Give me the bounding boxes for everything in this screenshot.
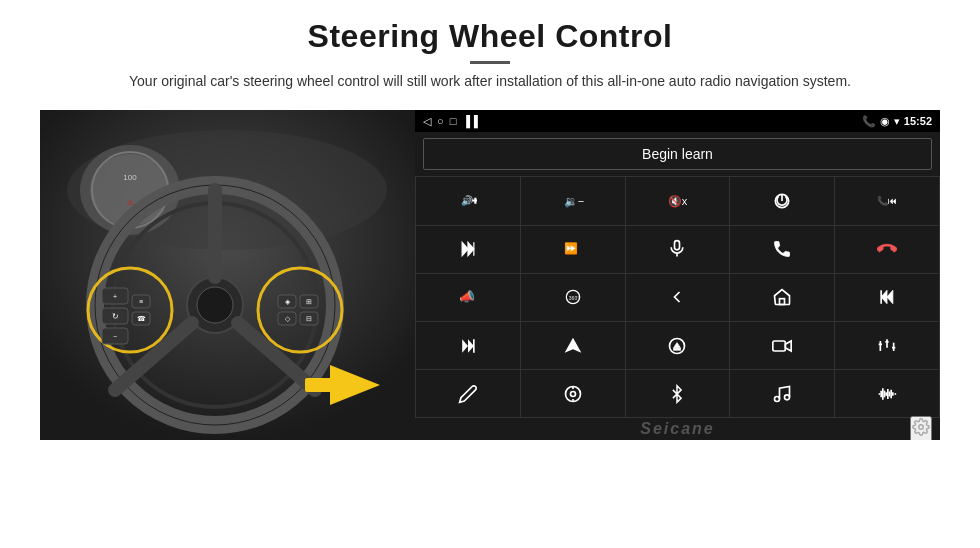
location-icon: ◉	[880, 115, 890, 128]
svg-marker-56	[462, 339, 468, 352]
pen-button[interactable]	[416, 370, 520, 417]
page-title: Steering Wheel Control	[129, 18, 851, 55]
music-button[interactable]	[730, 370, 834, 417]
vol-down-button[interactable]: 🔉−	[521, 177, 625, 224]
svg-text:📞⏮: 📞⏮	[877, 195, 897, 207]
svg-marker-43	[462, 243, 468, 256]
svg-point-75	[775, 396, 780, 401]
power-button[interactable]	[730, 177, 834, 224]
home-circle-icon: ○	[437, 115, 444, 127]
svg-point-11	[197, 287, 233, 323]
time-display: 15:52	[904, 115, 932, 127]
hang-up-button[interactable]	[835, 226, 939, 273]
horn-button[interactable]: 📣	[416, 274, 520, 321]
wifi-icon: ▾	[894, 115, 900, 128]
svg-text:360°: 360°	[569, 295, 579, 301]
svg-text:🔊+: 🔊+	[460, 194, 477, 207]
eq-button[interactable]	[835, 322, 939, 369]
begin-learn-row: Begin learn	[415, 132, 940, 176]
svg-marker-61	[674, 342, 681, 347]
bottom-bar: Seicane	[415, 418, 940, 440]
seicane-watermark: Seicane	[640, 420, 714, 438]
svg-text:🔉−: 🔉−	[564, 194, 584, 208]
svg-text:≡: ≡	[139, 298, 143, 305]
svg-text:☎: ☎	[137, 315, 146, 322]
signal-icon: ▐▐	[462, 115, 478, 127]
status-left: ◁ ○ □ ▐▐	[423, 115, 478, 128]
phone-button[interactable]	[730, 226, 834, 273]
svg-point-87	[919, 425, 924, 430]
mic-button[interactable]	[626, 226, 730, 273]
navigation-button[interactable]	[521, 322, 625, 369]
eject-button[interactable]	[626, 322, 730, 369]
svg-text:↻: ↻	[112, 312, 119, 321]
steering-wheel-image: 100 ⚠ + ↻	[40, 110, 415, 440]
svg-marker-64	[786, 341, 792, 351]
svg-rect-62	[674, 348, 681, 350]
waveform-button[interactable]	[835, 370, 939, 417]
status-right: 📞 ◉ ▾ 15:52	[862, 115, 932, 128]
controls-grid: 🔊+ 🔉− 🔇x 📞⏮	[415, 176, 940, 418]
page-container: Steering Wheel Control Your original car…	[0, 0, 980, 548]
fast-fwd-button[interactable]	[416, 322, 520, 369]
settings-button[interactable]	[910, 416, 932, 440]
vol-up-button[interactable]: 🔊+	[416, 177, 520, 224]
svg-text:📣: 📣	[459, 289, 476, 305]
svg-text:−: −	[113, 333, 117, 340]
begin-learn-button[interactable]: Begin learn	[423, 138, 932, 170]
recent-icon: □	[450, 115, 457, 127]
svg-rect-52	[780, 299, 785, 305]
phone-prev-button[interactable]: 📞⏮	[835, 177, 939, 224]
back-button[interactable]	[626, 274, 730, 321]
svg-marker-44	[468, 243, 474, 256]
svg-text:⊞: ⊞	[306, 298, 312, 305]
skip-back-button[interactable]	[835, 274, 939, 321]
svg-point-76	[785, 395, 790, 400]
svg-rect-63	[773, 341, 786, 351]
svg-text:+: +	[113, 293, 117, 300]
dial-button[interactable]	[521, 370, 625, 417]
content-area: 100 ⚠ + ↻	[40, 110, 940, 440]
svg-marker-59	[564, 337, 581, 352]
svg-rect-47	[675, 241, 680, 250]
seek-fwd-button[interactable]: ⏩	[521, 226, 625, 273]
svg-text:100: 100	[123, 173, 137, 182]
android-panel: ◁ ○ □ ▐▐ 📞 ◉ ▾ 15:52 Begin learn	[415, 110, 940, 440]
back-icon: ◁	[423, 115, 431, 128]
svg-marker-53	[887, 291, 893, 304]
svg-rect-36	[305, 378, 333, 392]
title-section: Steering Wheel Control Your original car…	[129, 18, 851, 104]
status-bar: ◁ ○ □ ▐▐ 📞 ◉ ▾ 15:52	[415, 110, 940, 132]
360-button[interactable]: 360°	[521, 274, 625, 321]
svg-marker-57	[468, 339, 474, 352]
svg-point-72	[570, 391, 575, 396]
bluetooth-button[interactable]	[626, 370, 730, 417]
phone-icon: 📞	[862, 115, 876, 128]
svg-text:⏩: ⏩	[564, 241, 578, 255]
home-button[interactable]	[730, 274, 834, 321]
svg-text:🔇x: 🔇x	[668, 194, 688, 208]
vol-mute-button[interactable]: 🔇x	[626, 177, 730, 224]
next-track-button[interactable]	[416, 226, 520, 273]
svg-marker-54	[881, 291, 887, 304]
svg-text:⚠: ⚠	[127, 199, 133, 206]
title-divider	[470, 61, 510, 64]
camera-button[interactable]	[730, 322, 834, 369]
page-subtitle: Your original car's steering wheel contr…	[129, 70, 851, 92]
svg-text:⊟: ⊟	[306, 315, 312, 322]
